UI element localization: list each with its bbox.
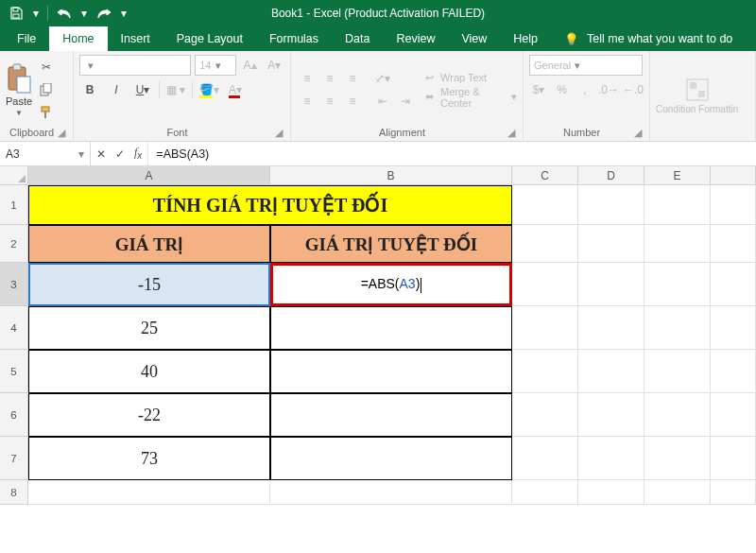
tab-view[interactable]: View: [448, 26, 500, 51]
row-header-2[interactable]: 2: [0, 225, 28, 263]
cell-b8[interactable]: [270, 480, 512, 505]
align-left-icon[interactable]: ≡: [297, 91, 318, 112]
cell-d5[interactable]: [578, 350, 644, 393]
orientation-icon[interactable]: ⤢▾: [372, 68, 393, 89]
fill-color-icon[interactable]: 🪣 ▾: [198, 79, 219, 100]
cell-b3[interactable]: =ABS(A3): [270, 263, 512, 306]
row-header-5[interactable]: 5: [0, 350, 28, 393]
cell-c3[interactable]: [512, 263, 578, 306]
cell-f5[interactable]: [711, 350, 756, 393]
accounting-format-icon[interactable]: $▾: [529, 79, 548, 100]
cell-d6[interactable]: [578, 393, 644, 437]
bold-icon[interactable]: B: [79, 79, 100, 100]
italic-icon[interactable]: I: [106, 79, 127, 100]
row-header-1[interactable]: 1: [0, 185, 28, 225]
enter-formula-icon[interactable]: ✓: [115, 147, 125, 161]
col-header-b[interactable]: B: [270, 166, 512, 184]
comma-icon[interactable]: ,: [576, 79, 594, 100]
cell-b2[interactable]: GIÁ TRỊ TUYỆT ĐỐI: [270, 225, 512, 263]
cell-d1[interactable]: [578, 185, 644, 225]
cell-a2[interactable]: GIÁ TRỊ: [28, 225, 270, 263]
tab-insert[interactable]: Insert: [108, 26, 163, 51]
cell-b7[interactable]: [270, 437, 512, 480]
cell-c5[interactable]: [512, 350, 578, 393]
cell-f3[interactable]: [711, 263, 756, 306]
clipboard-launcher-icon[interactable]: ◢: [58, 127, 67, 139]
save-icon[interactable]: [8, 5, 25, 22]
align-center-icon[interactable]: ≡: [319, 91, 340, 112]
cell-e6[interactable]: [644, 393, 711, 437]
row-header-7[interactable]: 7: [0, 437, 28, 480]
cell-c1[interactable]: [512, 185, 578, 225]
border-icon[interactable]: ▦ ▾: [165, 79, 186, 100]
col-header-d[interactable]: D: [578, 166, 644, 184]
font-size-select[interactable]: 14▾: [195, 55, 235, 76]
tab-page-layout[interactable]: Page Layout: [163, 26, 256, 51]
merge-center-button[interactable]: ⬌ Merge & Center ▾: [425, 86, 517, 109]
namebox-dropdown-icon[interactable]: ▾: [78, 147, 84, 161]
select-all-corner[interactable]: [0, 166, 28, 184]
row-header-4[interactable]: 4: [0, 306, 28, 350]
cell-f6[interactable]: [711, 393, 756, 437]
cell-e4[interactable]: [644, 306, 711, 350]
cell-f1[interactable]: [711, 185, 756, 225]
cell-b6[interactable]: [270, 393, 512, 437]
format-painter-icon[interactable]: [36, 102, 57, 123]
fx-icon[interactable]: fx: [134, 146, 142, 161]
cell-b5[interactable]: [270, 350, 512, 393]
col-header-f[interactable]: [711, 166, 756, 184]
wrap-text-button[interactable]: ↩ Wrap Text: [425, 72, 517, 84]
cell-d2[interactable]: [578, 225, 644, 263]
paste-button[interactable]: Paste ▼: [6, 63, 32, 117]
cell-a6[interactable]: -22: [28, 393, 270, 437]
tab-file[interactable]: File: [4, 26, 49, 51]
row-header-8[interactable]: 8: [0, 480, 28, 505]
number-format-select[interactable]: General▾: [529, 55, 643, 76]
align-bottom-icon[interactable]: ≡: [342, 68, 363, 89]
cell-a7[interactable]: 73: [28, 437, 270, 480]
cancel-formula-icon[interactable]: ✕: [96, 147, 106, 161]
qat-dropdown-icon[interactable]: ▾: [32, 5, 40, 22]
cell-e7[interactable]: [644, 437, 711, 480]
cell-e8[interactable]: [644, 480, 711, 505]
cell-f2[interactable]: [711, 225, 756, 263]
cell-d7[interactable]: [578, 437, 644, 480]
cell-e1[interactable]: [644, 185, 711, 225]
increase-indent-icon[interactable]: ⇥: [395, 91, 416, 112]
cell-c8[interactable]: [512, 480, 578, 505]
tab-data[interactable]: Data: [332, 26, 383, 51]
row-header-3[interactable]: 3: [0, 263, 28, 306]
undo-icon[interactable]: [56, 5, 73, 22]
font-color-icon[interactable]: A ▾: [225, 79, 246, 100]
copy-icon[interactable]: [36, 79, 57, 100]
col-header-e[interactable]: E: [644, 166, 711, 184]
cell-d4[interactable]: [578, 306, 644, 350]
row-header-6[interactable]: 6: [0, 393, 28, 437]
tab-review[interactable]: Review: [383, 26, 448, 51]
font-launcher-icon[interactable]: ◢: [275, 127, 284, 139]
cell-a8[interactable]: [28, 480, 270, 505]
align-right-icon[interactable]: ≡: [342, 91, 363, 112]
cell-e3[interactable]: [644, 263, 711, 306]
name-box[interactable]: A3 ▾: [0, 142, 91, 165]
conditional-formatting-button[interactable]: Condition Formattin: [656, 78, 738, 114]
cell-a3[interactable]: -15: [28, 263, 270, 306]
redo-dropdown-icon[interactable]: ▾: [120, 5, 128, 22]
align-top-icon[interactable]: ≡: [297, 68, 318, 89]
cell-a1b1-merged[interactable]: TÍNH GIÁ TRỊ TUYỆT ĐỐI: [28, 185, 512, 225]
cell-d8[interactable]: [578, 480, 644, 505]
cell-f7[interactable]: [711, 437, 756, 480]
percent-icon[interactable]: %: [552, 79, 571, 100]
decrease-font-icon[interactable]: A▾: [264, 55, 284, 76]
cell-c4[interactable]: [512, 306, 578, 350]
col-header-a[interactable]: A: [28, 166, 270, 184]
decrease-indent-icon[interactable]: ⇤: [372, 91, 393, 112]
increase-decimal-icon[interactable]: .0→: [598, 79, 619, 100]
cell-e5[interactable]: [644, 350, 711, 393]
tab-home[interactable]: Home: [49, 26, 107, 51]
cell-c2[interactable]: [512, 225, 578, 263]
tab-formulas[interactable]: Formulas: [256, 26, 332, 51]
underline-icon[interactable]: U ▾: [132, 79, 153, 100]
col-header-c[interactable]: C: [512, 166, 578, 184]
cell-a4[interactable]: 25: [28, 306, 270, 350]
